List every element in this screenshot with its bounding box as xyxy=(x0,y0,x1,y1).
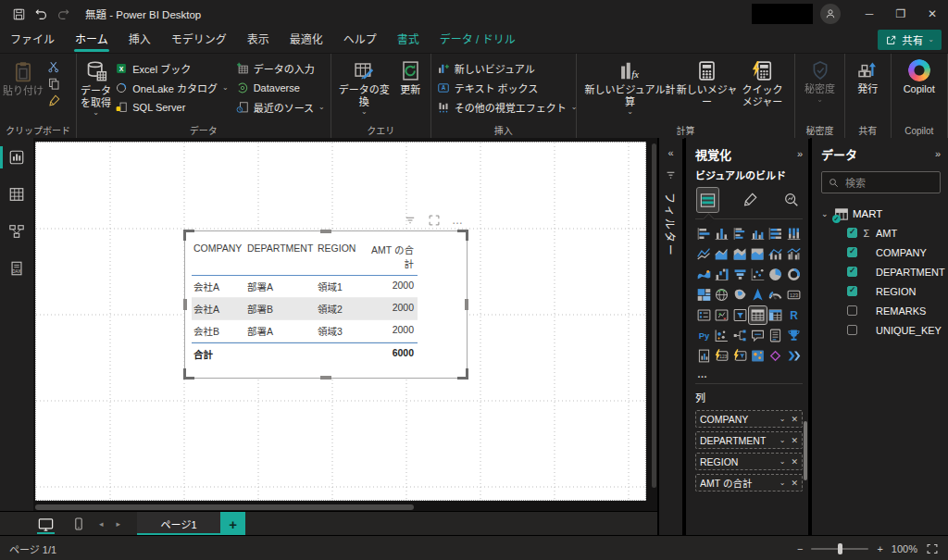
collapse-panel-icon[interactable]: » xyxy=(935,148,941,159)
metrics-icon[interactable] xyxy=(785,327,803,344)
copy-icon[interactable] xyxy=(47,77,61,91)
gauge-icon[interactable] xyxy=(767,286,784,304)
transform-data-button[interactable]: データの変換 ⌄ xyxy=(335,56,393,115)
chevron-down-icon[interactable]: ⌄ xyxy=(780,457,786,466)
line-chart-icon[interactable] xyxy=(695,245,713,263)
visual-selection-frame[interactable]: COMPANYDEPARTMENTREGIONAMT の合計 会社A 部署A 領… xyxy=(184,230,468,379)
minimize-button[interactable]: ─ xyxy=(854,0,885,28)
filled-map-icon[interactable] xyxy=(731,286,749,304)
visual-filter-icon[interactable] xyxy=(404,214,417,227)
new-card-icon[interactable] xyxy=(713,347,730,365)
field-well-item[interactable]: AMT の合計 ⌄ ✕ xyxy=(695,474,803,492)
field-row[interactable]: REMARKS xyxy=(821,301,941,320)
stacked-bar-chart-icon[interactable] xyxy=(695,225,713,243)
fit-to-page-icon[interactable] xyxy=(926,542,939,555)
table-view-icon[interactable] xyxy=(0,182,33,206)
map-icon[interactable] xyxy=(713,286,730,304)
resize-handle[interactable] xyxy=(457,368,468,380)
power-automate-icon[interactable] xyxy=(785,347,803,365)
azure-map-icon[interactable] xyxy=(749,286,767,304)
paginated-report-icon[interactable] xyxy=(695,347,713,365)
field-row[interactable]: COMPANY xyxy=(821,243,941,262)
power-apps-icon[interactable] xyxy=(767,347,784,365)
field-row[interactable]: DEPARTMENT xyxy=(821,262,941,281)
next-page-icon[interactable]: ▸ xyxy=(117,519,121,529)
menu-view[interactable]: 表示 xyxy=(237,29,280,52)
onelake-catalog-button[interactable]: OneLake カタログ⌄ xyxy=(112,78,231,97)
table-icon[interactable] xyxy=(749,306,767,324)
remove-field-icon[interactable]: ✕ xyxy=(791,436,798,445)
python-visual-icon[interactable] xyxy=(695,327,713,344)
menu-file[interactable]: ファイル xyxy=(0,29,65,52)
field-well-item[interactable]: REGION ⌄ ✕ xyxy=(695,453,803,470)
pie-chart-icon[interactable] xyxy=(767,266,784,283)
chevron-down-icon[interactable]: ⌄ xyxy=(780,415,786,423)
field-row[interactable]: REGION xyxy=(821,281,941,301)
resize-handle[interactable] xyxy=(183,299,187,310)
ribbon-chart-icon[interactable] xyxy=(695,266,713,283)
canvas-vertical-scrollbar[interactable] xyxy=(652,142,656,501)
excel-workbook-button[interactable]: Excel ブック xyxy=(112,58,231,78)
resize-handle[interactable] xyxy=(320,376,331,380)
tab-build-visual[interactable] xyxy=(697,188,718,212)
cut-icon[interactable] xyxy=(47,60,61,74)
zoom-slider[interactable] xyxy=(811,548,868,550)
line-and-clustered-column-chart-icon[interactable] xyxy=(785,245,803,263)
get-data-button[interactable]: データを取得 ⌄ xyxy=(80,56,112,116)
stacked-area-chart-icon[interactable] xyxy=(731,245,749,263)
previous-page-icon[interactable]: ◂ xyxy=(99,519,104,529)
page-tab[interactable]: ページ1 xyxy=(137,512,220,536)
model-view-icon[interactable] xyxy=(0,219,33,243)
desktop-layout-icon[interactable] xyxy=(37,512,55,536)
line-and-stacked-column-chart-icon[interactable] xyxy=(767,245,784,263)
zoom-in-icon[interactable]: + xyxy=(877,543,882,554)
menu-data-drill[interactable]: データ / ドリル xyxy=(430,29,526,52)
stacked-column-chart-icon[interactable] xyxy=(713,225,730,243)
menu-modeling[interactable]: モデリング xyxy=(161,29,237,52)
menu-help[interactable]: ヘルプ xyxy=(333,29,387,52)
resize-handle[interactable] xyxy=(465,299,468,310)
100-stacked-column-chart-icon[interactable] xyxy=(785,225,803,243)
recent-sources-button[interactable]: 最近のソース⌄ xyxy=(233,97,328,117)
account-icon[interactable] xyxy=(820,4,841,24)
smart-narrative-icon[interactable] xyxy=(767,327,784,344)
menu-home[interactable]: ホーム xyxy=(65,29,118,52)
funnel-chart-icon[interactable] xyxy=(731,266,749,283)
field-checkbox[interactable] xyxy=(847,325,857,335)
remove-field-icon[interactable]: ✕ xyxy=(791,415,798,424)
menu-insert[interactable]: 挿入 xyxy=(118,29,161,52)
more-options-icon[interactable]: … xyxy=(452,218,464,223)
maximize-button[interactable]: ❐ xyxy=(885,0,917,28)
field-checkbox[interactable] xyxy=(847,228,857,238)
filters-panel-collapsed[interactable]: « フィルター xyxy=(657,138,682,535)
canvas-horizontal-scrollbar[interactable] xyxy=(35,504,646,510)
menu-optimize[interactable]: 最適化 xyxy=(280,29,333,52)
resize-handle[interactable] xyxy=(457,230,468,241)
clustered-column-chart-icon[interactable] xyxy=(749,225,767,243)
resize-handle[interactable] xyxy=(320,230,331,233)
chevron-down-icon[interactable]: ⌄ xyxy=(780,479,786,487)
100-stacked-bar-chart-icon[interactable] xyxy=(767,225,784,243)
new-visual-calculation-button[interactable]: 新しいビジュアル計算 ⌄ xyxy=(584,56,677,115)
report-view-icon[interactable] xyxy=(0,145,33,169)
scatter-chart-icon[interactable] xyxy=(749,266,767,283)
text-box-button[interactable]: テキスト ボックス xyxy=(434,78,541,97)
copilot-button[interactable]: Copilot xyxy=(896,56,942,95)
resize-handle[interactable] xyxy=(183,368,194,380)
mobile-layout-icon[interactable] xyxy=(71,512,86,536)
area-chart-icon[interactable] xyxy=(713,245,730,263)
field-well-item[interactable]: COMPANY ⌄ ✕ xyxy=(695,410,803,428)
remove-field-icon[interactable]: ✕ xyxy=(791,479,798,488)
field-row[interactable]: Σ AMT xyxy=(821,223,941,243)
panel-scrollbar[interactable] xyxy=(804,421,807,480)
table-visual[interactable]: … COMPANYDEPARTMENTREGIONAMT の合計 xyxy=(184,230,468,379)
undo-icon[interactable] xyxy=(30,3,52,25)
quick-measure-button[interactable]: クイック メジャー xyxy=(738,56,788,107)
search-input[interactable]: 検索 xyxy=(821,171,941,193)
multi-row-card-icon[interactable] xyxy=(695,306,713,324)
field-checkbox[interactable] xyxy=(847,267,857,277)
collapse-tree-icon[interactable]: ⌄ xyxy=(821,209,830,218)
remove-field-icon[interactable]: ✕ xyxy=(791,457,798,467)
sql-server-button[interactable]: SQL Server xyxy=(112,97,231,117)
more-visual-types[interactable]: … xyxy=(697,368,803,380)
